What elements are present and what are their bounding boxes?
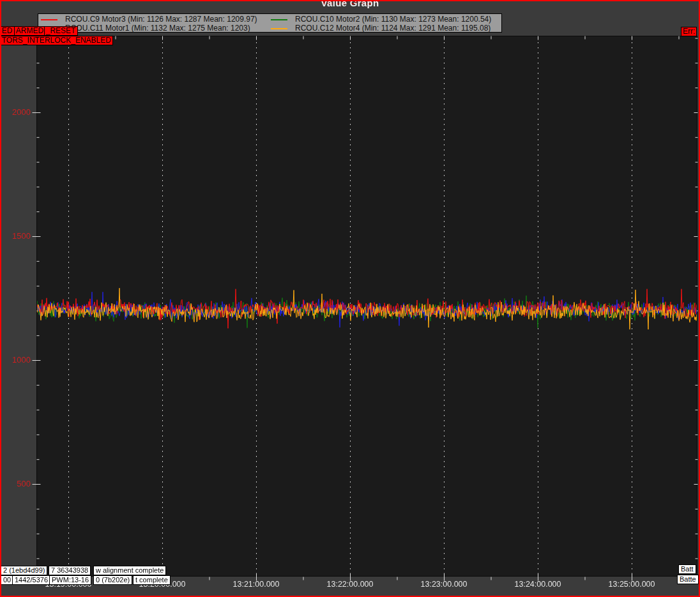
legend-entry: RCOU.C12 Motor4 (Min: 1124 Max: 1291 Mea… (271, 24, 491, 33)
y-tick-label: 2000 (5, 107, 31, 117)
legend: RCOU.C9 Motor3 (Min: 1126 Max: 1287 Mean… (38, 13, 502, 33)
x-tick-label: 13:22:00.000 (327, 580, 374, 589)
log-message-box: w alignment complete (93, 566, 166, 575)
plot-area[interactable] (0, 0, 700, 597)
window-title: Value Graph (0, 0, 700, 8)
legend-swatch-rcou-c9-motor3 (41, 19, 57, 20)
legend-label: RCOU.C10 Motor2 (Min: 1130 Max: 1273 Mea… (295, 15, 491, 24)
legend-entry: RCOU.C9 Motor3 (Min: 1126 Max: 1287 Mean… (41, 15, 257, 24)
event-flag: ARMED (14, 26, 45, 36)
log-message-box: 0 (7b202e) (93, 575, 132, 585)
legend-label: RCOU.C12 Motor4 (Min: 1124 Max: 1291 Mea… (295, 24, 491, 33)
legend-label: RCOU.C11 Motor1 (Min: 1132 Max: 1275 Mea… (65, 24, 250, 33)
log-message-box: 2 (1ebd4d99) (1, 566, 47, 575)
log-message-box: 1442/5376 (12, 575, 50, 585)
log-message-box: Batte (677, 575, 699, 584)
y-tick-label: 1000 (5, 355, 31, 365)
legend-entry: RCOU.C10 Motor2 (Min: 1130 Max: 1273 Mea… (271, 15, 491, 24)
event-flag: ED (0, 26, 15, 36)
log-message-box: 7 36343938 (49, 566, 91, 575)
log-message-box: Batt (678, 564, 696, 574)
legend-swatch-rcou-c12-motor4 (271, 28, 287, 29)
x-tick-label: 13:24:00.000 (515, 580, 561, 589)
legend-swatch-rcou-c10-motor2 (271, 19, 287, 20)
x-tick-label: 13:23:00.000 (421, 580, 468, 589)
event-flag: _RESET (44, 26, 78, 36)
x-tick-label: 13:25:00.000 (609, 580, 655, 589)
x-tick-label: 13:21:00.000 (233, 580, 280, 589)
event-flag: TORS_INTERLOCK_ENABLED (0, 36, 113, 45)
y-tick-label: 500 (5, 479, 31, 488)
event-flag: Err: (681, 27, 697, 36)
y-tick-label: 1500 (5, 231, 31, 241)
log-message-box: PWM:13-16 (49, 575, 91, 585)
value-graph-window: Value Graph RCOU.C9 Motor3 (Min: 1126 Ma… (0, 0, 700, 597)
legend-label: RCOU.C9 Motor3 (Min: 1126 Max: 1287 Mean… (65, 15, 257, 24)
log-message-box: t complete (133, 575, 171, 585)
